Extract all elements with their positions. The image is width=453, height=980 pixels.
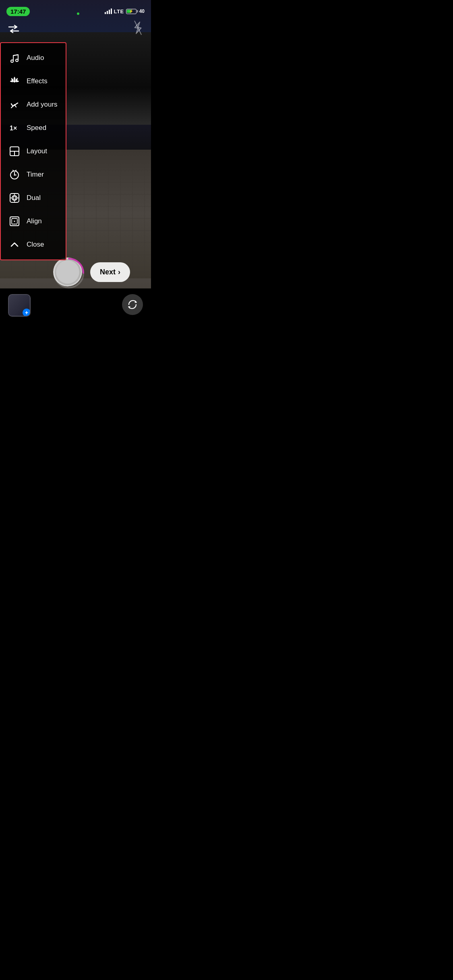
close-chevron-icon (8, 238, 21, 251)
menu-item-add-yours[interactable]: Add yours (1, 93, 66, 116)
swap-button[interactable] (8, 25, 19, 33)
next-button[interactable]: Next › (90, 262, 130, 282)
effects-label: Effects (27, 77, 48, 85)
left-menu: Audio Effects Add yours (0, 42, 66, 260)
battery-body: ⚡ (126, 9, 137, 14)
gallery-add-icon: + (23, 309, 31, 317)
close-label: Close (27, 241, 44, 249)
next-chevron-icon: › (118, 268, 120, 276)
menu-item-layout[interactable]: Layout (1, 140, 66, 163)
signal-bars (105, 8, 112, 14)
flash-button[interactable] (131, 20, 145, 38)
menu-item-timer[interactable]: Timer (1, 163, 66, 186)
align-label: Align (27, 217, 42, 225)
signal-dot (77, 12, 79, 15)
record-progress-ring (53, 257, 85, 289)
menu-item-align[interactable]: Align (1, 210, 66, 233)
status-bar: 17:47 LTE ⚡ 40 (0, 0, 151, 18)
battery-tip (137, 10, 138, 12)
top-controls (0, 18, 151, 40)
svg-point-4 (14, 80, 15, 82)
status-right: LTE ⚡ 40 (100, 8, 145, 14)
gallery-thumbnail[interactable]: + (8, 294, 31, 317)
menu-item-dual[interactable]: Dual (1, 186, 66, 210)
speed-icon: 1× (8, 121, 21, 134)
svg-line-12 (13, 170, 14, 171)
audio-label: Audio (27, 54, 44, 62)
dual-icon (8, 191, 21, 204)
menu-item-close[interactable]: Close (1, 233, 66, 256)
add-yours-label: Add yours (27, 101, 58, 109)
menu-item-speed[interactable]: 1× Speed (1, 116, 66, 140)
svg-line-0 (132, 21, 143, 34)
timer-label: Timer (27, 171, 44, 179)
bottom-controls: Next › (0, 257, 151, 286)
flip-camera-icon (127, 299, 138, 310)
timer-icon (8, 168, 21, 181)
layout-label: Layout (27, 147, 47, 155)
next-label: Next (100, 268, 116, 276)
record-button[interactable] (53, 257, 82, 286)
svg-text:1×: 1× (10, 125, 17, 132)
dual-label: Dual (27, 194, 41, 202)
layout-icon (8, 145, 21, 158)
effects-icon (8, 75, 21, 88)
menu-item-effects[interactable]: Effects (1, 70, 66, 93)
svg-point-14 (14, 175, 15, 176)
battery: ⚡ 40 (126, 8, 145, 14)
status-time: 17:47 (6, 7, 30, 16)
battery-bolt-icon: ⚡ (129, 9, 133, 13)
svg-line-3 (13, 55, 18, 56)
audio-icon (8, 51, 21, 64)
battery-percent: 40 (139, 8, 145, 14)
bottom-bar: + (0, 288, 151, 327)
add-yours-icon (8, 98, 21, 111)
speed-label: Speed (27, 124, 46, 132)
flip-camera-button[interactable] (122, 294, 143, 315)
svg-line-13 (15, 170, 16, 171)
svg-point-16 (12, 196, 17, 200)
flash-icon (132, 20, 145, 35)
lte-label: LTE (114, 8, 124, 14)
swap-icon (8, 25, 19, 33)
svg-point-23 (14, 221, 15, 222)
menu-item-audio[interactable]: Audio (1, 46, 66, 70)
align-icon (8, 215, 21, 228)
